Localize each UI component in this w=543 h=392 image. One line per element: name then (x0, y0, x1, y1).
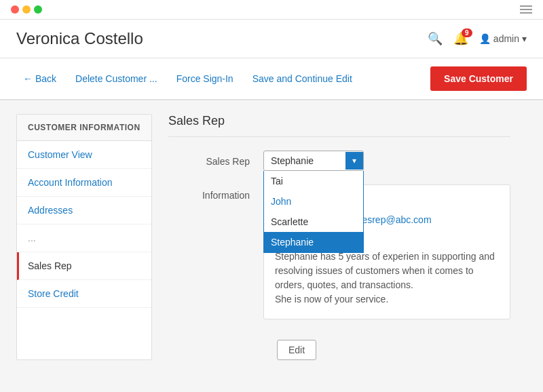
page-title: Veronica Costello (16, 29, 143, 48)
information-label: Information (168, 184, 263, 201)
sales-rep-dropdown[interactable]: Stephanie ▾ Tai John Scarlette Stephanie (263, 151, 364, 171)
admin-menu-button[interactable]: 👤 admin ▾ (479, 33, 527, 44)
sidebar-header: CUSTOMER INFORMATION (17, 115, 151, 141)
back-button[interactable]: ← Back (16, 69, 63, 88)
dropdown-list: Tai John Scarlette Stephanie (263, 171, 364, 253)
dropdown-option-stephanie[interactable]: Stephanie (264, 232, 363, 252)
sidebar-item-more[interactable]: ... (17, 224, 151, 252)
sales-rep-label: Sales Rep (168, 151, 263, 167)
dot-red (11, 5, 19, 14)
dropdown-arrow-icon[interactable]: ▾ (345, 152, 363, 170)
info-description: Stephanie has 5 years of experien in sup… (275, 250, 499, 307)
admin-dropdown-icon: ▾ (522, 33, 527, 44)
sales-rep-row: Sales Rep Stephanie ▾ Tai John Scarlette (168, 151, 510, 171)
sidebar-item-store-credit[interactable]: Store Credit (17, 280, 151, 308)
search-button[interactable]: 🔍 (428, 31, 443, 46)
edit-button-wrapper: Edit (168, 333, 510, 360)
dot-yellow (22, 5, 31, 14)
admin-icon: 👤 (479, 33, 491, 44)
dropdown-select[interactable]: Stephanie ▾ (263, 151, 364, 171)
delete-customer-button[interactable]: Delete Customer ... (69, 69, 164, 88)
sidebar-item-account-information[interactable]: Account Information (17, 169, 151, 197)
dropdown-option-tai[interactable]: Tai (264, 171, 363, 191)
edit-button[interactable]: Edit (277, 340, 316, 360)
window-menu-icon[interactable] (520, 5, 532, 14)
header-actions: 🔍 🔔 9 👤 admin ▾ (428, 31, 527, 46)
window-dots (11, 5, 42, 14)
main-content: CUSTOMER INFORMATION Customer View Accou… (0, 100, 543, 374)
save-customer-button[interactable]: Save Customer (430, 66, 527, 91)
header: Veronica Costello 🔍 🔔 9 👤 admin ▾ (0, 20, 543, 58)
save-continue-button[interactable]: Save and Continue Edit (246, 69, 359, 88)
dropdown-selected-value: Stephanie (264, 151, 345, 170)
sidebar-item-sales-rep[interactable]: Sales Rep (17, 252, 151, 280)
notification-badge: 9 (462, 28, 472, 37)
section-title: Sales Rep (168, 114, 510, 137)
sidebar-item-customer-view[interactable]: Customer View (17, 141, 151, 169)
admin-label: admin (493, 33, 519, 44)
sidebar: CUSTOMER INFORMATION Customer View Accou… (16, 114, 152, 360)
toolbar: ← Back Delete Customer ... Force Sign-In… (0, 58, 543, 100)
sidebar-item-addresses[interactable]: Addresses (17, 197, 151, 224)
content-area: Sales Rep Sales Rep Stephanie ▾ Tai John (152, 114, 527, 360)
dropdown-option-scarlette[interactable]: Scarlette (264, 212, 363, 232)
force-signin-button[interactable]: Force Sign-In (170, 69, 240, 88)
dot-green (34, 5, 42, 14)
title-bar (0, 0, 543, 20)
notification-button[interactable]: 🔔 9 (453, 31, 468, 46)
dropdown-option-john[interactable]: John (264, 191, 363, 212)
